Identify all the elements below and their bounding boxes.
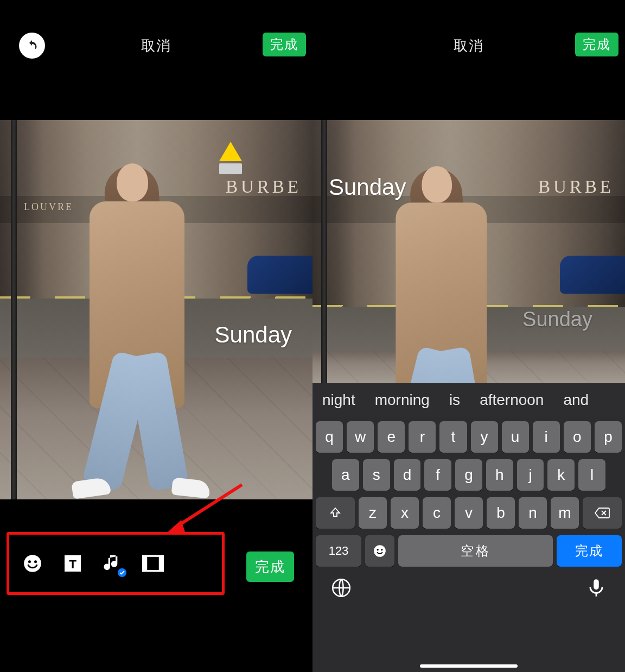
back-button[interactable] — [19, 33, 45, 59]
annotation-arrow — [161, 482, 247, 536]
crop-icon — [142, 555, 164, 572]
key-v[interactable]: v — [455, 497, 483, 529]
photo-preview[interactable]: BURBE LOUVRE Sunday — [0, 120, 312, 499]
kb-row-1: qwertyuiop — [316, 421, 622, 453]
shift-icon — [329, 506, 342, 519]
pedestrian-sign — [219, 142, 242, 177]
kb-row-2: asdfghjkl — [316, 459, 622, 491]
overlay-text-editing[interactable]: Sunday — [522, 308, 592, 331]
key-o[interactable]: o — [564, 421, 591, 453]
key-n[interactable]: n — [519, 497, 547, 529]
key-t[interactable]: t — [439, 421, 467, 453]
suggestion[interactable]: morning — [375, 391, 430, 409]
key-d[interactable]: d — [394, 459, 421, 491]
storefront-sign: BURBE — [538, 177, 614, 197]
undo-icon — [25, 39, 39, 52]
backspace-icon — [594, 507, 610, 519]
key-f[interactable]: f — [424, 459, 451, 491]
svg-rect-8 — [143, 556, 148, 571]
music-tool[interactable] — [101, 552, 124, 575]
emoji-key[interactable] — [365, 535, 394, 567]
key-z[interactable]: z — [359, 497, 387, 529]
key-u[interactable]: u — [502, 421, 529, 453]
lamp-pole — [11, 120, 17, 499]
svg-rect-9 — [159, 556, 163, 571]
storefront-sign: BURBE — [226, 177, 302, 197]
confirm-button[interactable]: 完成 — [246, 551, 294, 582]
music-check-badge — [118, 568, 126, 577]
lamp-pole — [321, 120, 327, 383]
mic-icon — [586, 578, 607, 598]
emoji-icon — [22, 553, 43, 574]
emoji-icon — [373, 544, 387, 558]
person-figure — [68, 163, 220, 495]
left-screen: 取消 完成 BURBE LOUVRE Sunday — [0, 0, 312, 672]
emoji-tool[interactable] — [21, 552, 44, 575]
keyboard-done-key[interactable]: 完成 — [557, 535, 622, 567]
topbar: 取消 完成 — [0, 33, 312, 59]
kb-row-3: zxcvbnm — [316, 497, 622, 529]
suggestion[interactable]: afternoon — [480, 391, 544, 409]
svg-point-3 — [28, 560, 31, 563]
storefront-sign-left: LOUVRE — [24, 201, 73, 213]
crop-tool[interactable] — [142, 552, 164, 575]
key-g[interactable]: g — [455, 459, 482, 491]
svg-text:T: T — [69, 557, 76, 571]
numbers-key[interactable]: 123 — [316, 535, 361, 567]
kb-footer — [316, 573, 622, 600]
key-w[interactable]: w — [347, 421, 374, 453]
svg-line-0 — [174, 485, 242, 528]
key-p[interactable]: p — [595, 421, 622, 453]
topbar: 取消 完成 — [312, 33, 625, 59]
key-i[interactable]: i — [533, 421, 560, 453]
home-indicator[interactable] — [420, 664, 518, 668]
key-a[interactable]: a — [332, 459, 359, 491]
key-b[interactable]: b — [487, 497, 515, 529]
kb-row-bottom: 123 空格 完成 — [316, 535, 622, 567]
globe-key[interactable] — [331, 578, 352, 600]
done-button[interactable]: 完成 — [263, 33, 306, 56]
shift-key[interactable] — [316, 497, 355, 529]
key-c[interactable]: c — [423, 497, 451, 529]
key-j[interactable]: j — [517, 459, 544, 491]
key-y[interactable]: y — [471, 421, 498, 453]
space-key[interactable]: 空格 — [398, 535, 553, 567]
key-m[interactable]: m — [551, 497, 579, 529]
svg-point-12 — [381, 549, 382, 550]
mic-key[interactable] — [586, 578, 607, 600]
suggestion-bar: night morning is afternoon and — [312, 383, 625, 417]
key-r[interactable]: r — [409, 421, 436, 453]
globe-icon — [331, 578, 352, 598]
svg-point-11 — [377, 549, 379, 550]
key-q[interactable]: q — [316, 421, 343, 453]
key-e[interactable]: e — [378, 421, 405, 453]
key-h[interactable]: h — [486, 459, 513, 491]
car — [560, 256, 625, 294]
right-screen: 取消 完成 BURBE Sunday Sunday T — [312, 0, 625, 672]
photo-preview[interactable]: BURBE Sunday Sunday T — [312, 120, 625, 383]
key-l[interactable]: l — [578, 459, 605, 491]
car — [247, 256, 312, 294]
cancel-label[interactable]: 取消 — [454, 36, 484, 55]
key-x[interactable]: x — [391, 497, 419, 529]
svg-point-4 — [34, 560, 37, 563]
backspace-key[interactable] — [583, 497, 622, 529]
overlay-text[interactable]: Sunday — [215, 322, 292, 348]
overlay-text-top[interactable]: Sunday — [329, 174, 406, 200]
svg-point-2 — [24, 555, 41, 572]
keyboard: qwertyuiop asdfghjkl zxcvbnm 123 — [312, 417, 625, 672]
text-tool[interactable]: T — [61, 552, 84, 575]
svg-rect-14 — [594, 579, 599, 589]
text-icon: T — [63, 554, 82, 573]
svg-point-10 — [374, 545, 386, 557]
key-k[interactable]: k — [547, 459, 575, 491]
suggestion[interactable]: is — [449, 391, 460, 409]
suggestion[interactable]: night — [322, 391, 355, 409]
done-button[interactable]: 完成 — [575, 33, 618, 56]
cancel-label[interactable]: 取消 — [141, 36, 171, 55]
suggestion[interactable]: and — [563, 391, 589, 409]
edit-toolbar: T — [7, 532, 225, 595]
key-s[interactable]: s — [363, 459, 390, 491]
